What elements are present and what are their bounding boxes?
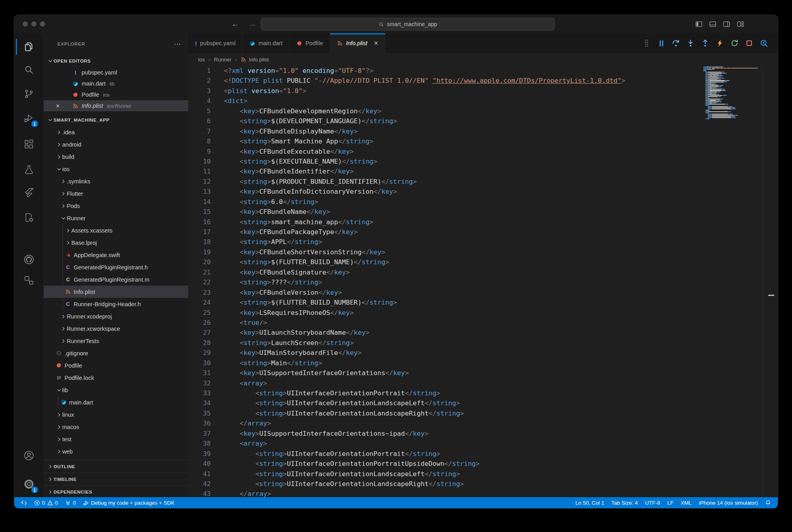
tab-info-plist[interactable]: Info.plist✕ xyxy=(330,33,386,53)
activity-run-and-debug[interactable]: 1 xyxy=(19,109,38,128)
tree-item-generatedpluginregistrant-h[interactable]: CGeneratedPluginRegistrant.h xyxy=(44,261,188,273)
tree-item-runner-bridging-header-h[interactable]: CRunner-Bridging-Header.h xyxy=(44,298,188,310)
lock-list-icon xyxy=(55,375,62,381)
open-editor-item[interactable]: ✕Info.plistios/Runner xyxy=(44,100,188,111)
tree-item-base-lproj[interactable]: Base.lproj xyxy=(44,236,188,249)
status-debug-configuration[interactable]: Debug my code + packages + SDK xyxy=(80,497,178,508)
indent-guide xyxy=(58,396,58,408)
status-indentation[interactable]: Tab Size: 4 xyxy=(608,497,641,508)
chevron-right-icon xyxy=(47,477,53,482)
tree-item-android[interactable]: android xyxy=(44,138,188,151)
tree-item-info-plist[interactable]: Info.plist xyxy=(44,286,188,298)
open-editor-item[interactable]: !pubspec.yaml xyxy=(44,67,188,78)
tree-item-podfile-lock[interactable]: Podfile.lock xyxy=(44,372,188,384)
close-icon[interactable]: ✕ xyxy=(55,103,61,109)
activity-settings[interactable]: 1 xyxy=(19,475,38,494)
breadcrumb-item[interactable]: Runner xyxy=(214,57,231,63)
step-over-button[interactable] xyxy=(672,39,680,48)
section-timeline[interactable]: TIMELINE xyxy=(44,473,188,485)
open-editor-item[interactable]: Podfileios xyxy=(44,89,188,100)
back-icon[interactable]: ← xyxy=(231,20,239,29)
drag-grip-button[interactable] xyxy=(642,39,651,48)
tree-item-runnertests[interactable]: RunnerTests xyxy=(44,335,188,347)
tree-item-macos[interactable]: macos xyxy=(44,421,188,433)
activity-extensions[interactable] xyxy=(19,135,38,154)
activity-explorer[interactable] xyxy=(19,37,38,56)
activity-flutter[interactable] xyxy=(19,183,38,202)
activity-references[interactable] xyxy=(19,271,38,290)
tree-item-build[interactable]: build xyxy=(44,151,188,163)
layout-panel-icon[interactable] xyxy=(709,20,717,28)
layout-sidebar-right-icon[interactable] xyxy=(723,20,731,28)
tree-item-appdelegate-swift[interactable]: AppDelegate.swift xyxy=(44,249,188,261)
tree-item-runner-xcworkspace[interactable]: Runner.xcworkspace xyxy=(44,322,188,335)
status-language-mode[interactable]: XML xyxy=(677,497,695,508)
flutter-inspector-button[interactable] xyxy=(760,39,768,48)
tree-item-runner-xcodeproj[interactable]: Runner.xcodeproj xyxy=(44,310,188,322)
step-into-button[interactable] xyxy=(686,39,695,48)
tab-pubspec-yaml[interactable]: !pubspec.yaml xyxy=(188,33,242,53)
status-cursor-position[interactable]: Ln 50, Col 1 xyxy=(572,497,608,508)
file-label: Podfile xyxy=(65,362,82,369)
status-device[interactable]: iPhone 14 (ios simulator) xyxy=(695,497,761,508)
status-remote[interactable] xyxy=(17,497,31,508)
tree-item-linux[interactable]: linux xyxy=(44,408,188,421)
step-out-button[interactable] xyxy=(701,39,710,48)
tree-item-pods[interactable]: Pods xyxy=(44,200,188,212)
open-editor-item[interactable]: main.dartlib xyxy=(44,78,188,89)
forward-icon[interactable]: → xyxy=(248,20,256,29)
traffic-zoom-button[interactable] xyxy=(40,21,45,27)
command-center-search[interactable]: smart_machine_app xyxy=(261,18,555,31)
tree-item-podfile[interactable]: Podfile xyxy=(44,359,188,372)
tab-podfile[interactable]: Podfile xyxy=(290,33,330,53)
project-section-header[interactable]: SMART_MACHINE_APP xyxy=(44,114,188,126)
close-icon[interactable]: ✕ xyxy=(374,40,378,46)
activity-accounts[interactable] xyxy=(19,446,38,465)
breadcrumb-item[interactable]: Info.plist xyxy=(240,57,269,63)
section-outline[interactable]: OUTLINE xyxy=(44,460,188,473)
minimap[interactable] xyxy=(703,67,763,120)
activity-testing[interactable] xyxy=(19,160,38,179)
tree-item--symlinks[interactable]: .symlinks xyxy=(44,175,188,187)
folder-label: Pods xyxy=(67,203,80,209)
status-eol[interactable]: LF xyxy=(664,497,677,508)
stop-button[interactable] xyxy=(745,39,754,48)
status-encoding[interactable]: UTF-8 xyxy=(641,497,664,508)
tree-item-ios[interactable]: ios xyxy=(44,163,188,175)
tree-item--gitignore[interactable]: .gitignore xyxy=(44,347,188,359)
tab-main-dart[interactable]: main.dart xyxy=(242,33,289,53)
tree-item-runner[interactable]: Runner xyxy=(44,212,188,224)
tree-item-lib[interactable]: lib xyxy=(44,384,188,396)
section-dependencies[interactable]: DEPENDENCIES xyxy=(44,485,188,497)
pause-button[interactable] xyxy=(657,39,666,48)
activity-source-control[interactable] xyxy=(19,84,38,103)
layout-sidebar-icon[interactable] xyxy=(695,20,703,28)
activity-github[interactable] xyxy=(19,250,38,269)
tree-item-assets-xcassets[interactable]: Assets.xcassets xyxy=(44,224,188,236)
tree-item-test[interactable]: test xyxy=(44,433,188,445)
chevron-right-icon xyxy=(60,326,67,332)
c-yellow-icon: C xyxy=(65,277,71,282)
tree-item-web[interactable]: web xyxy=(44,445,188,458)
traffic-minimize-button[interactable] xyxy=(31,21,36,27)
traffic-close-button[interactable] xyxy=(23,21,28,27)
status-notifications[interactable] xyxy=(761,497,775,508)
tree-item-flutter[interactable]: Flutter xyxy=(44,187,188,200)
scrollbar[interactable] xyxy=(762,66,778,497)
code-editor[interactable]: 1<?xml version="1.0" encoding="UTF-8"?>2… xyxy=(188,66,778,497)
restart-button[interactable] xyxy=(730,39,739,48)
breadcrumb-item[interactable]: ios xyxy=(198,57,205,63)
tree-item-main-dart[interactable]: main.dart xyxy=(44,396,188,408)
chevron-down-icon xyxy=(60,215,67,221)
layout-customize-icon[interactable] xyxy=(737,20,744,28)
status-ports[interactable]: 0 xyxy=(61,497,80,508)
more-actions-icon[interactable]: ⋯ xyxy=(174,40,181,48)
status-problems[interactable]: 00 xyxy=(31,497,61,508)
tree-item--idea[interactable]: .idea xyxy=(44,126,188,138)
activity-dart-devtools[interactable] xyxy=(19,208,38,227)
tree-item-generatedpluginregistrant-m[interactable]: CGeneratedPluginRegistrant.m xyxy=(44,273,188,286)
line-number: 31 xyxy=(188,368,211,378)
hot-reload-button[interactable] xyxy=(716,39,724,48)
activity-search[interactable] xyxy=(19,60,38,79)
open-editors-header[interactable]: OPEN EDITORS xyxy=(44,55,188,67)
